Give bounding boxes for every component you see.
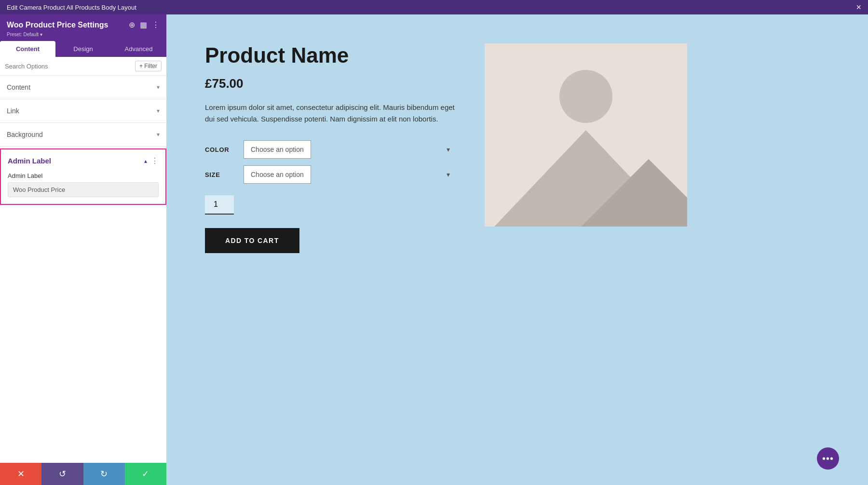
preset-selector[interactable]: Preset: Default ▾	[7, 31, 160, 37]
save-button[interactable]: ✓	[125, 463, 166, 485]
size-select-wrapper: Choose an option	[244, 165, 456, 184]
cancel-button[interactable]: ✕	[0, 463, 41, 485]
target-icon[interactable]: ⊕	[129, 20, 135, 29]
product-image	[485, 43, 687, 227]
options-section: COLOR Choose an option SIZE Choose an op…	[205, 140, 456, 184]
top-bar-title: Edit Camera Product All Products Body La…	[7, 4, 136, 11]
color-option-row: COLOR Choose an option	[205, 140, 456, 159]
admin-label-input[interactable]	[8, 182, 159, 197]
panel-header: Woo Product Price Settings ⊕ ▦ ⋮ Preset:…	[0, 14, 166, 41]
qty-section	[205, 195, 456, 215]
product-price: £75.00	[205, 76, 456, 91]
chevron-down-icon: ▾	[157, 108, 160, 114]
panel-title: Woo Product Price Settings	[7, 21, 108, 29]
color-select[interactable]: Choose an option	[244, 140, 311, 159]
search-input[interactable]	[5, 63, 135, 70]
more-icon[interactable]: ⋮	[152, 20, 160, 29]
size-select[interactable]: Choose an option	[244, 165, 311, 184]
product-info: Product Name £75.00 Lorem ipsum dolor si…	[205, 43, 456, 253]
floating-dots-button[interactable]: •••	[817, 447, 839, 470]
undo-button[interactable]: ↺	[41, 463, 83, 485]
size-label: SIZE	[205, 171, 244, 178]
color-label: COLOR	[205, 146, 244, 153]
accordion-background-header[interactable]: Background ▾	[0, 123, 166, 146]
accordion-background: Background ▾	[0, 123, 166, 147]
color-select-wrapper: Choose an option	[244, 140, 456, 159]
panel-header-icons: ⊕ ▦ ⋮	[129, 20, 160, 29]
redo-button[interactable]: ↻	[83, 463, 125, 485]
add-to-cart-button[interactable]: ADD TO CART	[205, 228, 299, 253]
product-layout: Product Name £75.00 Lorem ipsum dolor si…	[205, 43, 829, 253]
close-button[interactable]: ×	[856, 3, 861, 12]
chevron-up-icon[interactable]: ▴	[144, 158, 147, 164]
admin-label-header: Admin Label ▴ ⋮	[8, 156, 159, 165]
quantity-input[interactable]	[205, 195, 234, 215]
admin-label-title: Admin Label	[8, 157, 51, 165]
main-content: Product Name £75.00 Lorem ipsum dolor si…	[166, 14, 868, 485]
bottom-bar: ✕ ↺ ↻ ✓	[0, 463, 166, 485]
filter-button[interactable]: + Filter	[135, 61, 162, 71]
tab-design[interactable]: Design	[55, 41, 111, 57]
admin-label-section: Admin Label ▴ ⋮ Admin Label	[0, 148, 166, 205]
left-panel: Woo Product Price Settings ⊕ ▦ ⋮ Preset:…	[0, 14, 166, 485]
chevron-down-icon: ▾	[157, 131, 160, 138]
tab-advanced[interactable]: Advanced	[111, 41, 166, 57]
admin-label-field-label: Admin Label	[8, 172, 159, 179]
size-option-row: SIZE Choose an option	[205, 165, 456, 184]
product-name: Product Name	[205, 43, 456, 67]
chevron-down-icon: ▾	[157, 84, 160, 91]
accordion-content-header[interactable]: Content ▾	[0, 76, 166, 99]
search-bar: + Filter	[0, 57, 166, 76]
section-more-icon[interactable]: ⋮	[151, 156, 159, 165]
top-bar: Edit Camera Product All Products Body La…	[0, 0, 868, 14]
svg-point-1	[559, 70, 612, 123]
accordion-link: Link ▾	[0, 99, 166, 123]
grid-icon[interactable]: ▦	[140, 20, 147, 29]
tab-content[interactable]: Content	[0, 41, 55, 57]
tabs: Content Design Advanced	[0, 41, 166, 57]
accordion-content: Content ▾	[0, 76, 166, 99]
product-description: Lorem ipsum dolor sit amet, consectetur …	[205, 102, 456, 125]
accordion-link-header[interactable]: Link ▾	[0, 99, 166, 122]
